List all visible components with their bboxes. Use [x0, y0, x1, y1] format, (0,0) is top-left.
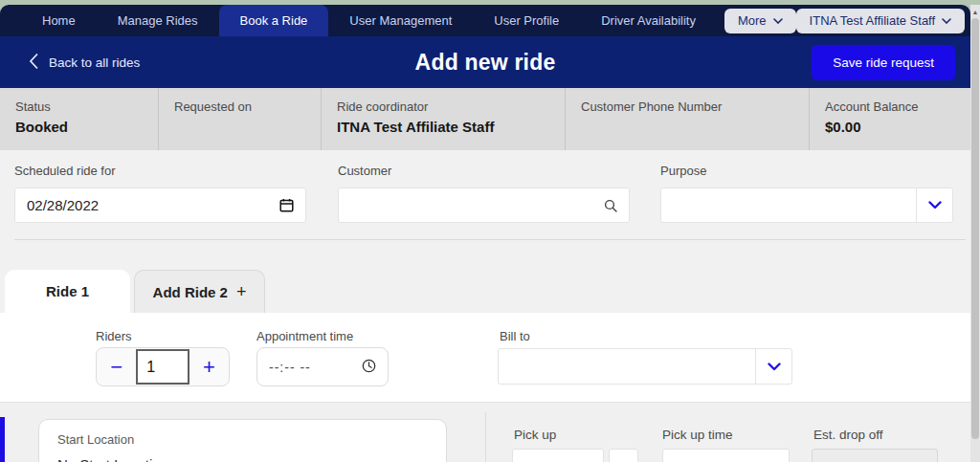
nav-item-driver-availability[interactable]: Driver Availability: [580, 5, 717, 36]
chevron-down-icon: [773, 18, 783, 24]
back-to-all-rides-link[interactable]: Back to all rides: [29, 54, 140, 72]
customer-search-input[interactable]: [338, 187, 630, 223]
nav-item-book-a-ride[interactable]: Book a Ride: [219, 5, 329, 36]
scrollbar-up-arrow[interactable]: ▲: [970, 5, 980, 18]
account-menu-label: ITNA Test Affiliate Staff: [810, 13, 936, 28]
vertical-divider: [485, 412, 486, 462]
customer-label: Customer: [338, 164, 391, 178]
pick-up-label: Pick up: [514, 428, 556, 442]
purpose-label: Purpose: [660, 164, 706, 178]
clock-icon[interactable]: [362, 359, 376, 376]
appointment-time-input[interactable]: --:-- --: [256, 347, 389, 386]
top-navbar: Home Manage Rides Book a Ride User Manag…: [0, 5, 970, 36]
ride-1-panel: Riders − 1 + Appointment time --:-- -- B…: [0, 313, 970, 402]
save-ride-request-button[interactable]: Save ride request: [812, 45, 955, 80]
ride-coordinator-value: ITNA Test Affiliate Staff: [337, 119, 565, 135]
more-menu-label: More: [738, 13, 767, 28]
requested-on-label: Requested on: [174, 99, 321, 114]
back-link-label: Back to all rides: [49, 55, 140, 70]
tab-add-ride-2[interactable]: Add Ride 2 +: [134, 270, 265, 313]
scheduled-ride-date-value: 02/28/2022: [27, 197, 99, 213]
chevron-down-icon[interactable]: [755, 349, 791, 384]
account-balance-label: Account Balance: [825, 99, 970, 114]
bill-to-label: Bill to: [500, 329, 530, 343]
status-label: Status: [15, 99, 158, 114]
riders-increment-button[interactable]: +: [189, 348, 229, 385]
start-location-card[interactable]: Start Location No Start Location: [38, 419, 447, 462]
chevron-left-icon: [29, 54, 38, 72]
page-header: Back to all rides Add new ride Save ride…: [0, 36, 970, 88]
summary-customer-phone: Customer Phone Number: [565, 88, 809, 150]
vertical-scrollbar[interactable]: ▲: [970, 5, 980, 462]
summary-account-balance: Account Balance $0.00: [809, 88, 970, 150]
tab-ride-1-label: Ride 1: [46, 283, 89, 299]
ride-request-fields: Scheduled ride for 02/28/2022 Customer P…: [0, 150, 970, 239]
riders-decrement-button[interactable]: −: [97, 348, 136, 385]
summary-ride-coordinator: Ride coordinator ITNA Test Affiliate Sta…: [321, 88, 565, 150]
chevron-down-icon[interactable]: [916, 188, 952, 222]
app-window: Home Manage Rides Book a Ride User Manag…: [0, 5, 970, 462]
riders-stepper: − 1 +: [96, 347, 230, 386]
pick-up-time-label: Pick up time: [662, 428, 733, 442]
customer-phone-label: Customer Phone Number: [581, 99, 809, 114]
nav-item-home[interactable]: Home: [21, 5, 97, 36]
account-balance-value: $0.00: [825, 119, 970, 135]
ride-tabs-bar: Ride 1 Add Ride 2 +: [0, 239, 970, 313]
locations-section: Start Location No Start Location Pick up…: [0, 402, 970, 462]
est-drop-off-label: Est. drop off: [813, 428, 883, 442]
search-icon: [604, 199, 617, 212]
tab-add-ride-2-label: Add Ride 2: [153, 284, 228, 300]
purpose-select[interactable]: [660, 187, 953, 223]
scrollbar-thumb[interactable]: [971, 18, 979, 439]
est-drop-off-input: [812, 449, 938, 462]
nav-item-user-profile[interactable]: User Profile: [473, 5, 580, 36]
plus-icon: +: [236, 282, 247, 302]
appointment-time-label: Appointment time: [256, 329, 353, 343]
pick-up-select-button[interactable]: [609, 449, 638, 462]
bill-to-select[interactable]: [498, 348, 792, 385]
scheduled-ride-for-label: Scheduled ride for: [14, 164, 116, 178]
section-divider: [14, 239, 966, 240]
account-menu-button[interactable]: ITNA Test Affiliate Staff: [796, 9, 966, 33]
pick-up-input[interactable]: [512, 449, 604, 462]
scheduled-ride-date-input[interactable]: 02/28/2022: [14, 187, 306, 223]
riders-count-input[interactable]: 1: [136, 349, 189, 385]
ride-summary-bar: Status Booked Requested on Ride coordina…: [0, 88, 970, 150]
status-value: Booked: [15, 119, 158, 135]
more-menu-button[interactable]: More: [724, 9, 796, 33]
nav-item-manage-rides[interactable]: Manage Rides: [97, 5, 219, 36]
active-ride-indicator-bar: [0, 417, 5, 462]
pick-up-time-input[interactable]: [662, 449, 790, 462]
start-location-label: Start Location: [57, 432, 428, 447]
start-location-value: No Start Location: [57, 456, 428, 462]
appointment-time-value: --:-- --: [269, 360, 311, 375]
nav-item-user-management[interactable]: User Management: [328, 5, 473, 36]
riders-label: Riders: [96, 329, 132, 343]
ride-coordinator-label: Ride coordinator: [337, 99, 565, 114]
calendar-icon[interactable]: [279, 198, 294, 212]
tab-ride-1[interactable]: Ride 1: [5, 270, 130, 313]
summary-requested-on: Requested on: [158, 88, 321, 150]
chevron-down-icon: [942, 18, 951, 24]
summary-status: Status Booked: [0, 88, 158, 150]
